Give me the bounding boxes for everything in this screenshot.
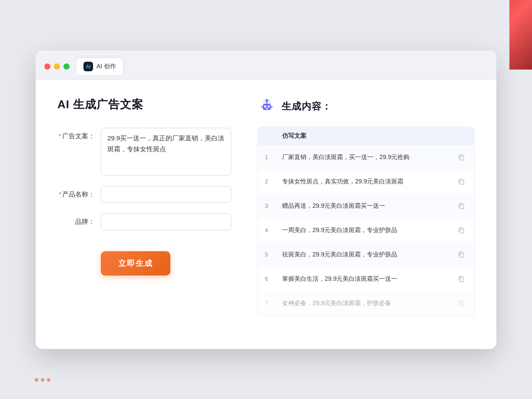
result-row-content: 一周美白，29.9元美白淡斑霜，专业护肤品: [282, 224, 467, 236]
right-panel-title: 生成内容：: [282, 100, 332, 113]
table-row: 6掌握美白生活，29.9元美白淡斑霜买一送一: [258, 267, 474, 291]
result-row-content: 厂家直销，美白淡斑霜，买一送一，29.9元抢购: [282, 151, 467, 163]
result-number: 2: [258, 170, 275, 194]
ai-icon-text: AI: [86, 64, 91, 69]
svg-point-7: [266, 99, 268, 100]
product-name-label: *产品名称：: [57, 186, 101, 199]
result-row-content: 专抹女性斑点，真实功效，29.9元美白淡斑霜: [282, 176, 467, 188]
table-row: 7女神必备，29.9元美白淡斑霜，护肤必备: [258, 291, 474, 316]
result-number: 1: [258, 145, 275, 170]
result-text: 专抹女性斑点，真实功效，29.9元美白淡斑霜: [282, 178, 403, 186]
ad-copy-label: *广告文案：: [57, 128, 101, 140]
result-content-cell: 女神必备，29.9元美白淡斑霜，护肤必备: [275, 291, 474, 316]
result-row-content: 掌握美白生活，29.9元美白淡斑霜买一送一: [282, 273, 467, 285]
table-row: 2专抹女性斑点，真实功效，29.9元美白淡斑霜: [258, 170, 474, 194]
table-row: 4一周美白，29.9元美白淡斑霜，专业护肤品: [258, 218, 474, 243]
svg-rect-4: [266, 108, 268, 109]
product-name-label-text: 产品名称：: [62, 190, 95, 198]
bottom-decoration: [35, 378, 50, 382]
svg-rect-12: [460, 205, 464, 209]
copy-button[interactable]: [455, 249, 467, 261]
result-content-cell: 掌握美白生活，29.9元美白淡斑霜买一送一: [275, 267, 474, 291]
brand-label: 品牌：: [57, 213, 101, 226]
svg-rect-9: [271, 106, 273, 108]
page-title: AI 生成广告文案: [57, 97, 231, 112]
copy-button[interactable]: [455, 200, 467, 212]
ai-tab-icon: AI: [83, 62, 93, 71]
minimize-button[interactable]: [54, 63, 60, 70]
traffic-lights: [44, 63, 70, 70]
result-text: 掌握美白生活，29.9元美白淡斑霜买一送一: [282, 275, 397, 283]
table-row: 1厂家直销，美白淡斑霜，买一送一，29.9元抢购: [258, 145, 474, 170]
result-text: 赠品再送，29.9元美白淡斑霜买一送一: [282, 202, 385, 210]
copy-button[interactable]: [455, 224, 467, 236]
result-text: 厂家直销，美白淡斑霜，买一送一，29.9元抢购: [282, 153, 409, 161]
result-number: 6: [258, 267, 275, 291]
copy-button[interactable]: [455, 297, 467, 309]
result-row-content: 赠品再送，29.9元美白淡斑霜买一送一: [282, 200, 467, 212]
ad-copy-input[interactable]: 29.9买一送一，真正的厂家直销，美白淡斑霜，专抹女性斑点: [101, 128, 231, 176]
result-number: 5: [258, 243, 275, 267]
table-header-num: [258, 127, 275, 145]
product-name-row: *产品名称： 美白淡斑霜: [57, 186, 231, 203]
ad-copy-row: *广告文案： 29.9买一送一，真正的厂家直销，美白淡斑霜，专抹女性斑点: [57, 128, 231, 176]
robot-icon: [257, 97, 276, 116]
copy-button[interactable]: [455, 176, 467, 188]
svg-rect-8: [261, 106, 263, 108]
right-panel: 生成内容： 仿写文案 1厂家直销，美白淡斑霜，买一送一，29.9元抢购 2专抹女…: [257, 97, 475, 332]
tab-label: AI 创作: [96, 63, 116, 70]
brand-input[interactable]: 好白: [101, 213, 231, 230]
result-content-cell: 赠品再送，29.9元美白淡斑霜买一送一: [275, 194, 474, 218]
copy-button[interactable]: [455, 273, 467, 285]
result-content-cell: 祛斑美白，29.9元美白淡斑霜，专业护肤品: [275, 243, 474, 267]
result-text: 祛斑美白，29.9元美白淡斑霜，专业护肤品: [282, 251, 397, 259]
table-header-content: 仿写文案: [275, 127, 474, 145]
result-number: 3: [258, 194, 275, 218]
result-content-cell: 厂家直销，美白淡斑霜，买一送一，29.9元抢购: [275, 145, 474, 170]
svg-rect-11: [460, 180, 464, 184]
generate-button[interactable]: 立即生成: [101, 251, 170, 276]
brand-row: 品牌： 好白: [57, 213, 231, 230]
svg-rect-16: [460, 302, 464, 306]
svg-point-3: [268, 105, 270, 107]
result-row-content: 祛斑美白，29.9元美白淡斑霜，专业护肤品: [282, 249, 467, 261]
browser-tab[interactable]: AI AI 创作: [76, 58, 123, 75]
close-button[interactable]: [44, 63, 50, 70]
results-table: 仿写文案 1厂家直销，美白淡斑霜，买一送一，29.9元抢购 2专抹女性斑点，真实…: [257, 126, 475, 316]
result-content-cell: 专抹女性斑点，真实功效，29.9元美白淡斑霜: [275, 170, 474, 194]
browser-window: AI AI 创作 AI 生成广告文案 *广告文案： 29.9买一送一，真正的厂家…: [36, 50, 496, 349]
result-text: 一周美白，29.9元美白淡斑霜，专业护肤品: [282, 226, 397, 234]
svg-rect-10: [460, 156, 464, 160]
svg-point-2: [264, 105, 266, 107]
copy-button[interactable]: [455, 151, 467, 163]
maximize-button[interactable]: [63, 63, 70, 70]
left-panel: AI 生成广告文案 *广告文案： 29.9买一送一，真正的厂家直销，美白淡斑霜，…: [57, 97, 231, 332]
result-text: 女神必备，29.9元美白淡斑霜，护肤必备: [282, 299, 391, 307]
required-star-1: *: [59, 132, 61, 140]
product-name-input[interactable]: 美白淡斑霜: [101, 186, 231, 203]
result-row-content: 女神必备，29.9元美白淡斑霜，护肤必备: [282, 297, 467, 309]
svg-rect-15: [460, 278, 464, 282]
result-number: 7: [258, 291, 275, 316]
right-header: 生成内容：: [257, 97, 475, 116]
table-row: 5祛斑美白，29.9元美白淡斑霜，专业护肤品: [258, 243, 474, 267]
svg-rect-13: [460, 229, 464, 233]
svg-rect-14: [460, 253, 464, 257]
result-content-cell: 一周美白，29.9元美白淡斑霜，专业护肤品: [275, 218, 474, 243]
table-row: 3赠品再送，29.9元美白淡斑霜买一送一: [258, 194, 474, 218]
required-star-2: *: [59, 190, 61, 198]
browser-titlebar: AI AI 创作: [36, 50, 496, 80]
result-number: 4: [258, 218, 275, 243]
browser-content: AI 生成广告文案 *广告文案： 29.9买一送一，真正的厂家直销，美白淡斑霜，…: [36, 80, 496, 349]
ad-copy-label-text: 广告文案：: [62, 132, 95, 140]
